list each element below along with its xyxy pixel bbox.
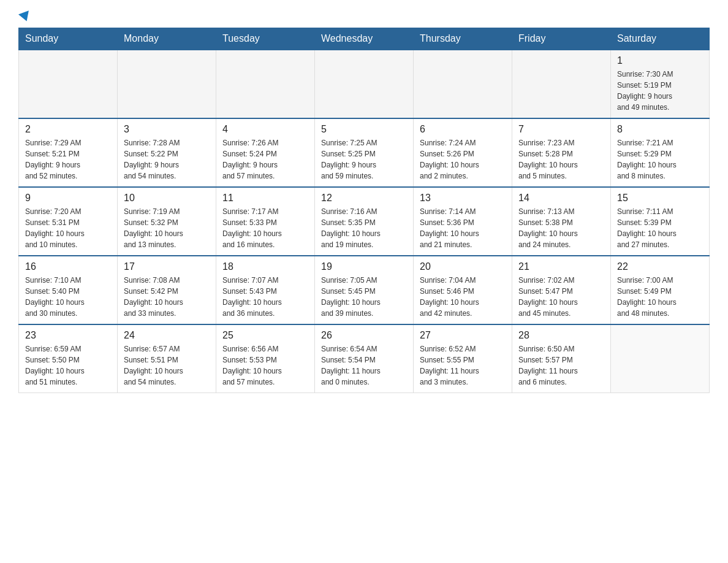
day-info: Sunrise: 7:00 AM Sunset: 5:49 PM Dayligh… xyxy=(617,275,703,319)
day-number: 24 xyxy=(124,330,210,341)
calendar-cell: 21Sunrise: 7:02 AM Sunset: 5:47 PM Dayli… xyxy=(512,256,611,324)
calendar-cell xyxy=(216,50,315,118)
day-info: Sunrise: 6:59 AM Sunset: 5:50 PM Dayligh… xyxy=(25,343,111,388)
day-number: 21 xyxy=(518,261,604,272)
calendar-cell: 15Sunrise: 7:11 AM Sunset: 5:39 PM Dayli… xyxy=(611,187,710,256)
week-row-4: 16Sunrise: 7:10 AM Sunset: 5:40 PM Dayli… xyxy=(19,256,710,324)
week-row-2: 2Sunrise: 7:29 AM Sunset: 5:21 PM Daylig… xyxy=(19,118,710,187)
calendar-cell: 20Sunrise: 7:04 AM Sunset: 5:46 PM Dayli… xyxy=(414,256,512,324)
col-header-monday: Monday xyxy=(118,28,216,50)
calendar-cell xyxy=(414,50,512,118)
day-info: Sunrise: 7:24 AM Sunset: 5:26 PM Dayligh… xyxy=(420,137,506,182)
day-info: Sunrise: 7:23 AM Sunset: 5:28 PM Dayligh… xyxy=(518,137,604,182)
day-info: Sunrise: 7:02 AM Sunset: 5:47 PM Dayligh… xyxy=(518,275,604,319)
col-header-saturday: Saturday xyxy=(611,28,710,50)
day-info: Sunrise: 6:57 AM Sunset: 5:51 PM Dayligh… xyxy=(124,343,210,388)
day-number: 28 xyxy=(518,330,604,341)
day-info: Sunrise: 7:14 AM Sunset: 5:36 PM Dayligh… xyxy=(420,206,506,250)
day-number: 20 xyxy=(420,261,506,272)
day-info: Sunrise: 7:19 AM Sunset: 5:32 PM Dayligh… xyxy=(124,206,210,250)
calendar-cell: 18Sunrise: 7:07 AM Sunset: 5:43 PM Dayli… xyxy=(216,256,315,324)
day-number: 1 xyxy=(617,55,703,66)
day-info: Sunrise: 7:20 AM Sunset: 5:31 PM Dayligh… xyxy=(25,206,111,250)
calendar-cell xyxy=(315,50,414,118)
calendar-cell: 11Sunrise: 7:17 AM Sunset: 5:33 PM Dayli… xyxy=(216,187,315,256)
day-info: Sunrise: 7:21 AM Sunset: 5:29 PM Dayligh… xyxy=(617,137,703,182)
calendar-cell xyxy=(611,324,710,393)
calendar-cell: 3Sunrise: 7:28 AM Sunset: 5:22 PM Daylig… xyxy=(118,118,216,187)
day-number: 2 xyxy=(25,124,111,135)
calendar-cell: 14Sunrise: 7:13 AM Sunset: 5:38 PM Dayli… xyxy=(512,187,611,256)
day-info: Sunrise: 7:05 AM Sunset: 5:45 PM Dayligh… xyxy=(321,275,407,319)
calendar-cell: 12Sunrise: 7:16 AM Sunset: 5:35 PM Dayli… xyxy=(315,187,414,256)
day-number: 13 xyxy=(420,193,506,204)
day-info: Sunrise: 7:13 AM Sunset: 5:38 PM Dayligh… xyxy=(518,206,604,250)
calendar-cell: 26Sunrise: 6:54 AM Sunset: 5:54 PM Dayli… xyxy=(315,324,414,393)
day-number: 8 xyxy=(617,124,703,135)
day-number: 19 xyxy=(321,261,407,272)
calendar-cell: 24Sunrise: 6:57 AM Sunset: 5:51 PM Dayli… xyxy=(118,324,216,393)
calendar-cell: 6Sunrise: 7:24 AM Sunset: 5:26 PM Daylig… xyxy=(414,118,512,187)
calendar-cell: 5Sunrise: 7:25 AM Sunset: 5:25 PM Daylig… xyxy=(315,118,414,187)
logo-arrow-icon xyxy=(18,10,32,23)
day-info: Sunrise: 6:50 AM Sunset: 5:57 PM Dayligh… xyxy=(518,343,604,388)
day-info: Sunrise: 7:07 AM Sunset: 5:43 PM Dayligh… xyxy=(222,275,308,319)
col-header-wednesday: Wednesday xyxy=(315,28,414,50)
day-number: 23 xyxy=(25,330,111,341)
col-header-tuesday: Tuesday xyxy=(216,28,315,50)
calendar-cell: 28Sunrise: 6:50 AM Sunset: 5:57 PM Dayli… xyxy=(512,324,611,393)
calendar-table: SundayMondayTuesdayWednesdayThursdayFrid… xyxy=(18,28,710,393)
col-header-friday: Friday xyxy=(512,28,611,50)
calendar-cell: 22Sunrise: 7:00 AM Sunset: 5:49 PM Dayli… xyxy=(611,256,710,324)
day-number: 10 xyxy=(124,193,210,204)
logo xyxy=(18,12,31,21)
calendar-cell: 10Sunrise: 7:19 AM Sunset: 5:32 PM Dayli… xyxy=(118,187,216,256)
day-info: Sunrise: 7:28 AM Sunset: 5:22 PM Dayligh… xyxy=(124,137,210,182)
day-number: 26 xyxy=(321,330,407,341)
day-number: 3 xyxy=(124,124,210,135)
day-number: 5 xyxy=(321,124,407,135)
calendar-cell: 1Sunrise: 7:30 AM Sunset: 5:19 PM Daylig… xyxy=(611,50,710,118)
day-info: Sunrise: 7:29 AM Sunset: 5:21 PM Dayligh… xyxy=(25,137,111,182)
day-number: 12 xyxy=(321,193,407,204)
day-number: 11 xyxy=(222,193,308,204)
day-number: 25 xyxy=(222,330,308,341)
calendar-cell: 2Sunrise: 7:29 AM Sunset: 5:21 PM Daylig… xyxy=(19,118,118,187)
day-info: Sunrise: 7:04 AM Sunset: 5:46 PM Dayligh… xyxy=(420,275,506,319)
day-number: 27 xyxy=(420,330,506,341)
calendar-cell: 17Sunrise: 7:08 AM Sunset: 5:42 PM Dayli… xyxy=(118,256,216,324)
col-header-thursday: Thursday xyxy=(414,28,512,50)
day-number: 4 xyxy=(222,124,308,135)
day-number: 6 xyxy=(420,124,506,135)
day-info: Sunrise: 6:56 AM Sunset: 5:53 PM Dayligh… xyxy=(222,343,308,388)
calendar-header-row: SundayMondayTuesdayWednesdayThursdayFrid… xyxy=(19,28,710,50)
calendar-cell xyxy=(118,50,216,118)
day-number: 7 xyxy=(518,124,604,135)
day-info: Sunrise: 6:54 AM Sunset: 5:54 PM Dayligh… xyxy=(321,343,407,388)
day-info: Sunrise: 7:11 AM Sunset: 5:39 PM Dayligh… xyxy=(617,206,703,250)
calendar-cell: 13Sunrise: 7:14 AM Sunset: 5:36 PM Dayli… xyxy=(414,187,512,256)
day-number: 22 xyxy=(617,261,703,272)
day-info: Sunrise: 7:10 AM Sunset: 5:40 PM Dayligh… xyxy=(25,275,111,319)
calendar-cell: 19Sunrise: 7:05 AM Sunset: 5:45 PM Dayli… xyxy=(315,256,414,324)
calendar-cell: 7Sunrise: 7:23 AM Sunset: 5:28 PM Daylig… xyxy=(512,118,611,187)
day-number: 9 xyxy=(25,193,111,204)
calendar-cell xyxy=(19,50,118,118)
day-info: Sunrise: 6:52 AM Sunset: 5:55 PM Dayligh… xyxy=(420,343,506,388)
day-number: 15 xyxy=(617,193,703,204)
day-info: Sunrise: 7:16 AM Sunset: 5:35 PM Dayligh… xyxy=(321,206,407,250)
calendar-cell: 25Sunrise: 6:56 AM Sunset: 5:53 PM Dayli… xyxy=(216,324,315,393)
logo-blue xyxy=(18,12,31,21)
week-row-1: 1Sunrise: 7:30 AM Sunset: 5:19 PM Daylig… xyxy=(19,50,710,118)
day-info: Sunrise: 7:30 AM Sunset: 5:19 PM Dayligh… xyxy=(617,69,703,113)
day-info: Sunrise: 7:26 AM Sunset: 5:24 PM Dayligh… xyxy=(222,137,308,182)
day-info: Sunrise: 7:17 AM Sunset: 5:33 PM Dayligh… xyxy=(222,206,308,250)
day-number: 17 xyxy=(124,261,210,272)
day-number: 16 xyxy=(25,261,111,272)
calendar-cell: 9Sunrise: 7:20 AM Sunset: 5:31 PM Daylig… xyxy=(19,187,118,256)
page-header xyxy=(18,12,710,21)
calendar-cell: 8Sunrise: 7:21 AM Sunset: 5:29 PM Daylig… xyxy=(611,118,710,187)
week-row-5: 23Sunrise: 6:59 AM Sunset: 5:50 PM Dayli… xyxy=(19,324,710,393)
col-header-sunday: Sunday xyxy=(19,28,118,50)
calendar-cell: 23Sunrise: 6:59 AM Sunset: 5:50 PM Dayli… xyxy=(19,324,118,393)
